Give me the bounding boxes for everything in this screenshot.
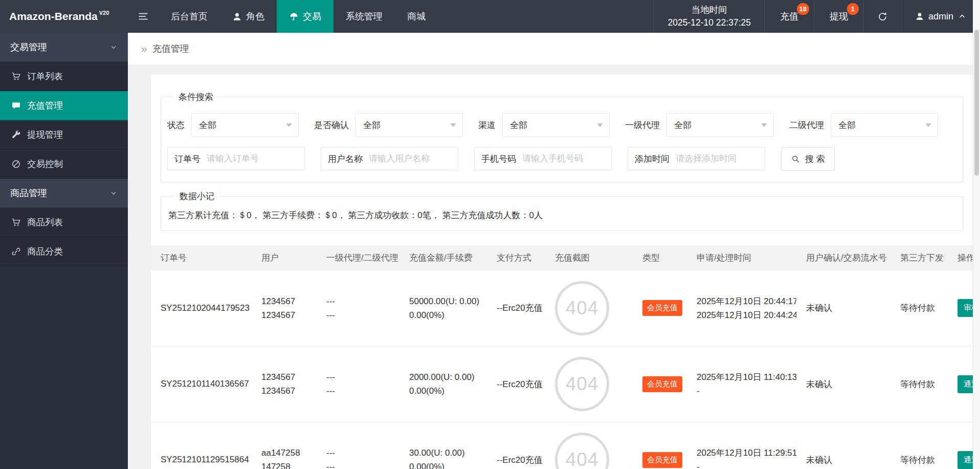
sidebar-toggle-button[interactable] [128, 0, 159, 33]
filter-label: 渠道 [478, 119, 496, 131]
column-header-time: 申请/处理时间 [687, 245, 796, 270]
nav-item-label: 角色 [246, 10, 264, 23]
chevron-down-icon [109, 43, 118, 51]
pay-method-cell: --Erc20充值 [487, 270, 545, 346]
app-logo: Amazon-Beranda V20 [0, 0, 128, 33]
search-fieldset-legend: 条件搜索 [173, 91, 218, 103]
column-header-confirm: 用户确认/交易流水号 [796, 245, 890, 270]
sidebar-item-recharge-management[interactable]: 充值管理 [0, 91, 128, 120]
confirm-cell: 未确认 [796, 422, 890, 469]
time-cell: 2025年12月10日 11:29:51 - [687, 422, 796, 469]
nav-item-trade[interactable]: 交易 [277, 0, 333, 33]
filter-row-selects: 状态 全部 是否确认 全部 渠道 全部 [167, 113, 956, 137]
screenshot-404-placeholder[interactable]: 404 [555, 281, 609, 335]
user-menu[interactable]: admin [902, 0, 980, 33]
nav-item-role[interactable]: 角色 [220, 0, 277, 33]
sidebar-item-order-list[interactable]: 订单列表 [0, 62, 128, 91]
local-time: 当地时间 2025-12-10 22:37:25 [654, 0, 765, 33]
sidebar-item-product-category[interactable]: 商品分类 [0, 237, 128, 266]
chevron-down-icon [761, 123, 767, 127]
type-badge: 会员充值 [642, 452, 682, 468]
chevron-down-icon [597, 123, 603, 127]
agent2-select[interactable]: 全部 [831, 113, 938, 137]
sidebar-item-label: 商品列表 [27, 216, 63, 228]
type-badge: 会员充值 [642, 300, 682, 316]
username-field: 用户名称 [321, 147, 458, 170]
column-header-pay-method: 支付方式 [487, 245, 545, 270]
withdraw-shortcut[interactable]: 提现 1 [814, 0, 864, 33]
order-no-input[interactable] [207, 154, 304, 164]
user-name: admin [928, 11, 953, 22]
agent1-select[interactable]: 全部 [666, 113, 774, 137]
third-party-cell: 等待付款 [890, 422, 948, 469]
chevron-down-icon [109, 189, 118, 197]
screenshot-404-placeholder[interactable]: 404 [555, 433, 609, 469]
select-value: 全部 [510, 119, 527, 131]
column-header-user: 用户 [252, 245, 317, 270]
person-icon [232, 12, 242, 22]
filter-label: 是否确认 [314, 119, 349, 131]
recharge-shortcut-label: 充值 [780, 10, 798, 23]
column-header-actions: 操作 [948, 245, 973, 270]
recharge-shortcut[interactable]: 充值 18 [765, 0, 814, 33]
filter-label: 添加时间 [635, 153, 670, 165]
link-icon [11, 247, 21, 257]
scrollbar-thumb[interactable] [974, 30, 979, 176]
order-no-cell: SY2512101140136567 [151, 346, 252, 422]
column-header-agents: 一级代理/二级代理 [317, 245, 399, 270]
channel-select[interactable]: 全部 [502, 113, 610, 137]
sidebar-group-trade-management[interactable]: 交易管理 [0, 33, 128, 62]
sidebar-item-withdraw-management[interactable]: 提现管理 [0, 120, 128, 150]
sidebar-item-product-list[interactable]: 商品列表 [0, 208, 128, 237]
filter-label: 订单号 [174, 153, 201, 165]
sidebar-group-product-management[interactable]: 商品管理 [0, 179, 128, 208]
search-button[interactable]: 搜 索 [781, 147, 835, 170]
order-no-field: 订单号 [167, 147, 305, 170]
type-cell: 会员充值 [633, 422, 687, 469]
type-badge: 会员充值 [642, 376, 682, 392]
sidebar-group-label: 交易管理 [10, 41, 47, 53]
summary-text: 第三方累计充值：＄0， 第三方手续费：＄0， 第三方成功收款：0笔， 第三方充值… [168, 209, 955, 221]
column-header-order-no: 订单号 [151, 245, 252, 270]
confirm-select[interactable]: 全部 [355, 113, 463, 137]
refresh-button[interactable] [864, 0, 902, 33]
agent-cell: --- --- [317, 422, 399, 469]
withdraw-count-badge: 1 [847, 3, 859, 15]
select-value: 全部 [363, 119, 381, 131]
confirm-cell: 未确认 [796, 270, 890, 346]
approve-button[interactable]: 通过 [957, 451, 973, 469]
refresh-icon [877, 11, 888, 22]
username-input[interactable] [369, 154, 458, 164]
phone-input[interactable] [522, 154, 611, 164]
sidebar-item-trade-control[interactable]: 交易控制 [0, 150, 128, 179]
nav-item-system[interactable]: 系统管理 [333, 0, 395, 33]
select-value: 全部 [838, 119, 856, 131]
nav-item-mall[interactable]: 商城 [395, 0, 438, 33]
order-no-cell: SY2512102044179523 [151, 270, 252, 346]
sidebar-item-label: 交易控制 [27, 158, 63, 170]
column-header-screenshot: 充值截图 [545, 245, 633, 270]
time-cell: 2025年12月10日 11:40:13 - [687, 346, 796, 422]
search-button-label: 搜 索 [805, 153, 825, 165]
recharge-table: 订单号 用户 一级代理/二级代理 充值金额/手续费 支付方式 充值截图 类型 申… [151, 245, 973, 469]
breadcrumb-separator: » [141, 42, 147, 55]
user-cell: 1234567 1234567 [252, 346, 317, 422]
approve-button[interactable]: 审核通过 [957, 299, 973, 317]
action-cell: 审核通过 [948, 270, 973, 346]
nav-item-home[interactable]: 后台首页 [159, 0, 220, 33]
sidebar-item-label: 订单列表 [27, 70, 63, 82]
screenshot-cell: 404 [545, 270, 633, 346]
chat-icon [11, 101, 21, 111]
add-time-input[interactable] [676, 154, 765, 164]
withdraw-shortcut-label: 提现 [830, 10, 848, 23]
select-value: 全部 [199, 119, 216, 131]
screenshot-cell: 404 [545, 346, 633, 422]
top-nav: 后台首页 角色 交易 系统管理 商城 [159, 0, 438, 33]
approve-button[interactable]: 通过 [957, 375, 973, 393]
screenshot-404-placeholder[interactable]: 404 [555, 357, 609, 411]
status-select[interactable]: 全部 [191, 113, 299, 137]
search-icon [791, 154, 800, 164]
agent-cell: --- --- [317, 346, 399, 422]
vertical-scrollbar[interactable] [973, 0, 980, 469]
filter-channel: 渠道 全部 [478, 113, 610, 137]
